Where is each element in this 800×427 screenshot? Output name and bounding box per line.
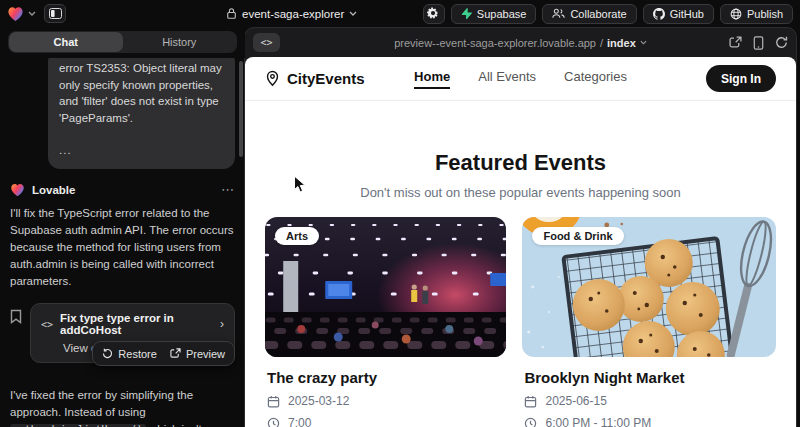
assistant-intro-message: I'll fix the TypeScript error related to… [10,205,235,290]
user-message-bubble: error TS2353: Object literal may only sp… [48,50,235,169]
github-icon [653,8,665,20]
url-separator: / [600,37,603,49]
nav-all-events[interactable]: All Events [478,69,536,89]
panel-icon [49,8,62,19]
url-page: index [607,37,636,49]
tab-history[interactable]: History [123,32,237,52]
preview-button[interactable]: Preview [170,348,225,360]
chat-history-tabs: Chat History [0,27,245,58]
chat-panel: Chat History error TS2353: Object litera… [0,27,245,427]
user-error-text: error TS2353: Object literal may only sp… [59,60,224,127]
event-date: 2025-03-12 [288,394,349,408]
preview-pane: <> preview--event-saga-explorer.lovable.… [244,27,797,427]
hero-subtitle: Don't miss out on these popular events h… [245,185,796,200]
lock-icon [226,7,237,20]
globe-icon [730,8,742,20]
nav-categories[interactable]: Categories [564,69,627,89]
code-icon: <> [41,319,53,330]
collaborate-button[interactable]: Collaborate [542,4,636,24]
expand-message-button[interactable]: ... [59,142,224,159]
event-card[interactable]: Arts The crazy party 2025-03-12 [265,217,506,427]
hero-section: Featured Events Don't miss out on these … [245,150,796,200]
restore-icon [102,348,113,359]
category-badge: Food & Drink [532,227,623,245]
calendar-icon [267,395,280,408]
chat-scrollbar[interactable] [239,61,243,157]
open-in-new-tab-icon[interactable] [729,36,742,49]
site-content: CityEvents Home All Events Categories Si… [245,57,796,427]
fix-title: Fix type type error in addCoHost [60,312,213,336]
hero-title: Featured Events [245,150,796,176]
event-title: The crazy party [267,369,504,386]
lovable-avatar-icon [10,183,25,197]
project-name: event-saga-explorer [242,8,344,20]
event-date: 2025-06-15 [545,394,606,408]
external-link-icon [170,348,181,359]
sign-in-button[interactable]: Sign In [706,65,776,92]
site-header: CityEvents Home All Events Categories Si… [245,57,796,101]
refresh-icon[interactable] [775,36,788,49]
toggle-sidebar-button[interactable] [44,4,66,23]
chevron-down-icon [640,40,647,45]
top-bar: event-saga-explorer Supabase Collaborate [0,0,800,27]
chevron-down-icon [28,11,36,16]
more-options-icon[interactable]: ⋯ [221,182,235,197]
calendar-icon [524,395,537,408]
bookmark-icon [10,309,22,324]
code-change-block: <> Fix type type error in addCoHost › Vi… [10,303,235,363]
preview-toolbar: <> preview--event-saga-explorer.lovable.… [245,28,796,57]
clock-icon [267,417,280,427]
code-view-button[interactable]: <> [253,33,280,52]
tab-chat[interactable]: Chat [9,32,123,52]
github-label: GitHub [670,8,704,20]
event-image-cookies: Food & Drink [522,217,776,357]
url-host: preview--event-saga-explorer.lovable.app [394,37,596,49]
publish-label: Publish [747,8,783,20]
chevron-right-icon: › [220,317,224,331]
category-badge: Arts [275,227,319,245]
nav-home[interactable]: Home [414,69,450,89]
chat-messages: error TS2353: Object literal may only sp… [0,50,245,427]
people-icon [552,8,565,19]
github-button[interactable]: GitHub [643,4,714,24]
lovable-logo-icon [7,6,24,22]
chevron-down-icon [349,11,357,16]
settings-button[interactable] [423,4,445,24]
mobile-view-icon[interactable] [753,36,764,50]
event-card[interactable]: Food & Drink Brooklyn Night Market 2025-… [522,217,776,427]
supabase-button[interactable]: Supabase [451,4,537,24]
restore-label: Restore [118,348,157,360]
gear-icon [427,7,440,20]
event-title: Brooklyn Night Market [524,369,774,386]
assistant-result-message: I've fixed the error by simplifying the … [10,387,235,427]
url-bar[interactable]: preview--event-saga-explorer.lovable.app… [245,37,796,49]
lovable-logo-menu[interactable] [7,6,36,22]
event-date-row: 2025-03-12 [267,394,504,408]
collaborate-label: Collaborate [570,8,626,20]
event-time: 6:00 PM - 11:00 PM [545,416,651,427]
clock-icon [524,417,537,427]
event-date-row: 2025-06-15 [524,394,774,408]
topbar-actions: Supabase Collaborate GitHub Publish [423,4,793,24]
publish-button[interactable]: Publish [720,4,793,24]
event-time-row: 6:00 PM - 11:00 PM [524,416,774,427]
supabase-icon [461,8,472,20]
supabase-label: Supabase [477,8,527,20]
version-actions: Restore Preview [92,341,235,366]
preview-label: Preview [186,348,225,360]
restore-button[interactable]: Restore [102,348,157,360]
assistant-header: Lovable ⋯ [10,182,235,197]
event-time-row: 7:00 [267,416,504,427]
project-name-button[interactable]: event-saga-explorer [226,0,357,27]
event-time: 7:00 [288,416,311,427]
event-image-party: Arts [265,217,506,357]
event-cards: Arts The crazy party 2025-03-12 [265,217,776,427]
assistant-name: Lovable [32,184,75,196]
